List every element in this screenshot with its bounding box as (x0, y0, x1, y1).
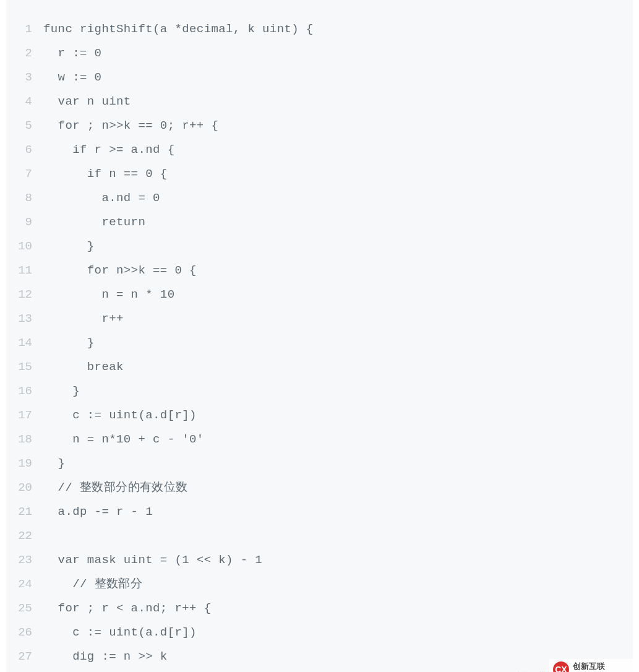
code-text: c := uint(a.d[r]) (43, 621, 197, 645)
line-number: 15 (6, 355, 43, 379)
code-line: 14 } (6, 331, 633, 355)
code-text: var n uint (43, 90, 131, 114)
line-number: 7 (6, 162, 43, 186)
code-block: 1func rightShift(a *decimal, k uint) {2 … (6, 0, 633, 672)
code-line: 25 for ; r < a.nd; r++ { (6, 597, 633, 621)
line-number: 16 (6, 379, 43, 403)
code-line: 1func rightShift(a *decimal, k uint) { (6, 17, 633, 41)
code-line: 20 // 整数部分的有效位数 (6, 476, 633, 500)
line-number: 12 (6, 283, 43, 307)
line-number: 26 (6, 621, 43, 645)
code-line: 16 } (6, 379, 633, 403)
code-text: if n == 0 { (43, 162, 168, 186)
line-number: 13 (6, 307, 43, 331)
code-line: 11 for n>>k == 0 { (6, 259, 633, 283)
code-text: r := 0 (43, 41, 101, 66)
code-line: 19 } (6, 452, 633, 476)
code-line: 13 r++ (6, 307, 633, 331)
line-number: 22 (6, 524, 43, 548)
line-number: 2 (6, 41, 43, 66)
code-text: var mask uint = (1 << k) - 1 (43, 548, 262, 572)
line-number: 14 (6, 331, 43, 355)
code-text: // 整数部分 (43, 572, 142, 597)
code-line: 26 c := uint(a.d[r]) (6, 621, 633, 645)
brand-badge: CX 创新互联 CHUANG XIN HU LIAN (549, 659, 634, 672)
code-text: if r >= a.nd { (43, 138, 174, 162)
line-number: 10 (6, 235, 43, 259)
code-line: 4 var n uint (6, 90, 633, 114)
line-number: 4 (6, 90, 43, 114)
code-text: } (43, 331, 95, 355)
line-number: 18 (6, 428, 43, 452)
line-number: 1 (6, 17, 43, 41)
line-number: 9 (6, 210, 43, 235)
line-number: 8 (6, 186, 43, 210)
code-text: } (43, 452, 65, 476)
code-text: break (43, 355, 124, 379)
code-line: 21 a.dp -= r - 1 (6, 500, 633, 524)
code-line: 15 break (6, 355, 633, 379)
line-number: 24 (6, 572, 43, 597)
code-line: 24 // 整数部分 (6, 572, 633, 597)
code-text: func rightShift(a *decimal, k uint) { (43, 17, 314, 41)
code-line: 8 a.nd = 0 (6, 186, 633, 210)
line-number: 25 (6, 597, 43, 621)
code-line: 10 } (6, 235, 633, 259)
line-number: 23 (6, 548, 43, 572)
code-line: 5 for ; n>>k == 0; r++ { (6, 114, 633, 138)
code-text: w := 0 (43, 66, 101, 90)
code-text: for n>>k == 0 { (43, 259, 197, 283)
code-text: } (43, 379, 80, 403)
code-text: for ; r < a.nd; r++ { (43, 597, 211, 621)
code-line: 27 dig := n >> k (6, 645, 633, 669)
code-line: 6 if r >= a.nd { (6, 138, 633, 162)
line-number: 17 (6, 403, 43, 428)
line-number: 6 (6, 138, 43, 162)
code-text: dig := n >> k (43, 645, 168, 669)
code-line: 2 r := 0 (6, 41, 633, 66)
line-number: 5 (6, 114, 43, 138)
code-text: r++ (43, 307, 124, 331)
code-line: 23 var mask uint = (1 << k) - 1 (6, 548, 633, 572)
code-text: a.dp -= r - 1 (43, 500, 153, 524)
line-number: 19 (6, 452, 43, 476)
line-number: 20 (6, 476, 43, 500)
code-text: n = n*10 + c - '0' (43, 428, 204, 452)
line-number: 11 (6, 259, 43, 283)
code-line: 12 n = n * 10 (6, 283, 633, 307)
brand-icon: CX (553, 661, 569, 672)
code-line: 17 c := uint(a.d[r]) (6, 403, 633, 428)
code-text: a.nd = 0 (43, 186, 160, 210)
code-line: 22 (6, 524, 633, 548)
code-text: n = n * 10 (43, 283, 174, 307)
line-number: 21 (6, 500, 43, 524)
code-text: // 整数部分的有效位数 (43, 476, 188, 500)
line-number: 3 (6, 66, 43, 90)
code-line: 3 w := 0 (6, 66, 633, 90)
code-line: 9 return (6, 210, 633, 235)
line-number: 27 (6, 645, 43, 669)
code-line: 7 if n == 0 { (6, 162, 633, 186)
code-text: } (43, 235, 95, 259)
code-line: 18 n = n*10 + c - '0' (6, 428, 633, 452)
code-text: return (43, 210, 145, 235)
code-text: c := uint(a.d[r]) (43, 403, 197, 428)
brand-name-cn: 创新互联 (573, 662, 630, 671)
code-text: for ; n>>k == 0; r++ { (43, 114, 218, 138)
